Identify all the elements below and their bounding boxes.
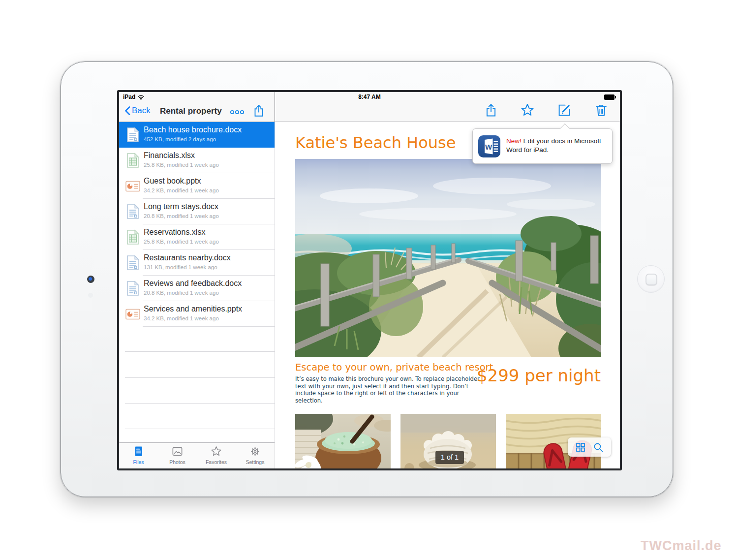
file-row-services-amenities[interactable]: Services and amenities.pptx 34.2 KB, mod… <box>119 301 275 327</box>
grid-view-icon[interactable] <box>575 442 586 453</box>
sidebar-share-icon[interactable] <box>252 103 266 119</box>
home-button[interactable] <box>637 265 665 293</box>
back-button[interactable]: Back <box>124 106 151 116</box>
xlsx-file-icon <box>124 229 141 246</box>
file-row-beach-house-brochure[interactable]: Beach house brochure.docx 452 KB, modifi… <box>119 122 275 148</box>
document-subheading: Escape to your own, private beach resort <box>295 362 493 373</box>
document-body-text: It’s easy to make this brochure your own… <box>295 375 485 404</box>
tab-label: Photos <box>158 459 197 465</box>
ipad-frame: iPad 8:47 AM Back Rental property <box>61 62 673 497</box>
file-name: Beach house brochure.docx <box>144 125 242 134</box>
docx-file-icon <box>124 203 141 220</box>
file-meta: 452 KB, modified 2 days ago <box>144 136 216 142</box>
clock: 8:47 AM <box>119 93 620 100</box>
view-controls <box>568 437 611 457</box>
battery-icon <box>604 94 616 100</box>
list-separator <box>125 403 275 404</box>
file-name: Guest book.pptx <box>144 177 201 186</box>
microsoft-word-icon: W <box>478 135 500 157</box>
tab-settings[interactable]: Settings <box>236 443 275 468</box>
back-label: Back <box>132 106 151 116</box>
front-camera <box>87 276 94 283</box>
tab-label: Favorites <box>197 459 236 465</box>
file-name: Services and amenities.pptx <box>144 305 242 313</box>
chevron-left-icon <box>124 106 131 116</box>
file-name: Long term stays.docx <box>144 202 218 211</box>
file-name: Reviews and feedback.docx <box>144 279 242 288</box>
tab-label: Settings <box>236 459 275 465</box>
word-promo-callout[interactable]: W New! Edit your docs in Microsoft Word … <box>472 128 613 164</box>
folder-title: Rental property <box>160 106 222 116</box>
favorites-star-icon <box>210 445 222 458</box>
file-meta: 34.2 KB, modified 1 week ago <box>144 315 219 321</box>
file-name: Restaurants nearby.docx <box>144 253 231 262</box>
document-title: Katie's Beach House <box>295 133 456 152</box>
trash-icon[interactable] <box>594 103 609 118</box>
share-icon[interactable] <box>484 103 498 118</box>
price-text: $299 per night <box>477 366 601 385</box>
bath-salts-thumbnail <box>295 414 391 470</box>
file-meta: 25.8 KB, modified 1 week ago <box>144 239 219 245</box>
tab-files[interactable]: Files <box>119 443 158 468</box>
docx-file-icon <box>124 254 141 271</box>
star-icon[interactable] <box>520 103 535 118</box>
more-options-icon[interactable] <box>230 106 245 119</box>
tab-label: Files <box>119 459 158 465</box>
edit-icon[interactable] <box>557 103 572 118</box>
file-row-restaurants-nearby[interactable]: Restaurants nearby.docx 131 KB, modified… <box>119 250 275 276</box>
settings-gear-icon <box>249 445 261 458</box>
file-row-guest-book[interactable]: Guest book.pptx 34.2 KB, modified 1 week… <box>119 173 275 199</box>
files-icon <box>132 445 145 458</box>
file-row-reservations[interactable]: Reservations.xlsx 25.8 KB, modified 1 we… <box>119 224 275 250</box>
photos-icon <box>171 445 184 458</box>
watermark: TWCmail.de <box>641 538 722 554</box>
file-meta: 20.8 KB, modified 1 week ago <box>144 213 219 219</box>
ambient-sensor <box>88 293 93 298</box>
home-button-square <box>646 274 657 285</box>
file-row-reviews-feedback[interactable]: Reviews and feedback.docx 20.8 KB, modif… <box>119 276 275 301</box>
sidebar: Back Rental property Beach house brochur… <box>119 92 275 468</box>
pptx-file-icon <box>124 178 141 194</box>
tab-photos[interactable]: Photos <box>158 443 197 468</box>
file-name: Financials.xlsx <box>144 151 195 160</box>
tab-bar: Files Photos Favorites Settings <box>119 442 275 468</box>
svg-text:W: W <box>485 143 492 151</box>
beach-boardwalk-photo <box>295 159 601 357</box>
page-indicator: 1 of 1 <box>435 451 464 464</box>
tab-favorites[interactable]: Favorites <box>197 443 236 468</box>
docx-file-icon <box>124 280 141 297</box>
status-bar: iPad 8:47 AM <box>119 92 620 102</box>
list-separator <box>125 377 275 378</box>
xlsx-file-icon <box>124 152 141 169</box>
list-separator <box>125 351 275 352</box>
screen: iPad 8:47 AM Back Rental property <box>117 90 622 470</box>
file-meta: 34.2 KB, modified 1 week ago <box>144 187 219 193</box>
file-meta: 20.8 KB, modified 1 week ago <box>144 290 219 296</box>
file-meta: 131 KB, modified 1 week ago <box>144 264 217 270</box>
file-row-long-term-stays[interactable]: Long term stays.docx 20.8 KB, modified 1… <box>119 199 275 224</box>
list-separator <box>125 429 275 429</box>
file-list: Beach house brochure.docx 452 KB, modifi… <box>119 122 275 327</box>
new-badge: New! <box>506 137 522 145</box>
search-icon[interactable] <box>593 442 604 453</box>
file-name: Reservations.xlsx <box>144 228 205 237</box>
file-meta: 25.8 KB, modified 1 week ago <box>144 162 219 168</box>
docx-file-icon <box>124 126 141 143</box>
pptx-file-icon <box>124 306 141 322</box>
callout-text: New! Edit your docs in Microsoft Word fo… <box>506 137 607 155</box>
file-row-financials[interactable]: Financials.xlsx 25.8 KB, modified 1 week… <box>119 148 275 173</box>
